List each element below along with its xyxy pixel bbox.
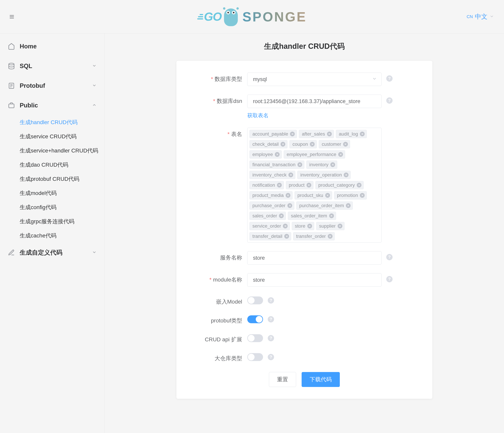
tag-remove-icon[interactable]: ✕ bbox=[286, 193, 290, 198]
table-tag: employee_performance✕ bbox=[284, 150, 345, 159]
home-icon bbox=[8, 43, 15, 50]
sidebar-item-sql[interactable]: SQL bbox=[0, 56, 105, 76]
sidebar-subitem[interactable]: 生成cache代码 bbox=[0, 229, 105, 243]
help-icon[interactable]: ? bbox=[386, 254, 393, 260]
table-tag-label: product_category bbox=[318, 182, 355, 188]
table-tag: financial_transaction✕ bbox=[249, 160, 304, 169]
help-icon[interactable]: ? bbox=[386, 276, 393, 282]
sidebar-item-public[interactable]: Public bbox=[0, 96, 105, 115]
tag-remove-icon[interactable]: ✕ bbox=[329, 213, 334, 218]
tag-remove-icon[interactable]: ✕ bbox=[310, 142, 315, 147]
table-tag-label: sales_order_item bbox=[291, 213, 327, 219]
tag-remove-icon[interactable]: ✕ bbox=[284, 234, 289, 239]
tag-remove-icon[interactable]: ✕ bbox=[338, 152, 343, 157]
table-tag-label: transfer_order bbox=[296, 233, 326, 239]
table-tag: inventory_operation✕ bbox=[297, 171, 351, 179]
main-content: 生成handler CRUD代码 数据库类型 mysql ? 数据库dsn bbox=[105, 34, 504, 433]
tag-remove-icon[interactable]: ✕ bbox=[325, 193, 330, 198]
sidebar-item-label: Public bbox=[20, 102, 38, 109]
language-label: 中文 bbox=[475, 12, 487, 21]
table-tag-label: inventory bbox=[309, 162, 328, 168]
table-tag-label: inventory_check bbox=[252, 172, 287, 178]
logo: GO SPONGE bbox=[197, 7, 307, 27]
sidebar-subitem[interactable]: 生成handler CRUD代码 bbox=[0, 115, 105, 129]
sidebar-subitem[interactable]: 生成dao CRUD代码 bbox=[0, 158, 105, 172]
dsn-input[interactable] bbox=[253, 98, 376, 105]
table-tag: audit_log✕ bbox=[336, 130, 367, 138]
tag-remove-icon[interactable]: ✕ bbox=[327, 132, 332, 136]
chevron-down-icon bbox=[372, 76, 377, 83]
tag-remove-icon[interactable]: ✕ bbox=[280, 142, 285, 147]
chevron-up-icon bbox=[92, 102, 97, 109]
help-icon[interactable]: ? bbox=[268, 316, 274, 322]
table-tag: check_detail✕ bbox=[249, 140, 288, 148]
sidebar-subitem[interactable]: 生成protobuf CRUD代码 bbox=[0, 172, 105, 186]
download-button[interactable]: 下载代码 bbox=[302, 372, 340, 387]
table-tag-label: service_order bbox=[252, 223, 281, 229]
database-icon bbox=[8, 62, 15, 70]
help-icon[interactable]: ? bbox=[268, 335, 274, 341]
sidebar-item-custom[interactable]: 生成自定义代码 bbox=[0, 243, 105, 262]
table-tag-label: store bbox=[295, 223, 305, 229]
help-icon[interactable]: ? bbox=[268, 297, 274, 304]
table-tag: customer✕ bbox=[319, 140, 350, 148]
protobuf-type-switch[interactable] bbox=[247, 315, 263, 323]
table-tag-label: sales_order bbox=[252, 213, 277, 219]
sidebar-subitem[interactable]: 生成service+handler CRUD代码 bbox=[0, 144, 105, 158]
embed-model-switch[interactable] bbox=[247, 296, 263, 304]
service-name-input[interactable] bbox=[253, 255, 376, 261]
tag-remove-icon[interactable]: ✕ bbox=[277, 183, 282, 187]
help-icon[interactable]: ? bbox=[386, 97, 393, 104]
table-tag-label: employee bbox=[252, 152, 273, 157]
tag-remove-icon[interactable]: ✕ bbox=[328, 234, 333, 239]
tag-remove-icon[interactable]: ✕ bbox=[360, 132, 365, 136]
table-tag: inventory_check✕ bbox=[249, 171, 295, 179]
mono-repo-switch[interactable] bbox=[247, 353, 263, 361]
language-switcher[interactable]: CN 中文 bbox=[467, 12, 494, 21]
sidebar-item-protobuf[interactable]: Protobuf bbox=[0, 76, 105, 96]
db-type-value: mysql bbox=[253, 76, 267, 82]
sidebar: Home SQL Protobuf Public 生成handler CRUD代… bbox=[0, 34, 105, 433]
table-tag-label: after_sales bbox=[302, 131, 325, 137]
mono-repo-label: 大仓库类型 bbox=[192, 352, 247, 362]
sidebar-toggle[interactable] bbox=[8, 13, 16, 21]
tag-remove-icon[interactable]: ✕ bbox=[288, 173, 293, 177]
tag-remove-icon[interactable]: ✕ bbox=[346, 203, 351, 208]
tag-remove-icon[interactable]: ✕ bbox=[275, 152, 279, 157]
crud-api-switch[interactable] bbox=[247, 334, 263, 342]
tag-remove-icon[interactable]: ✕ bbox=[290, 132, 295, 136]
tag-remove-icon[interactable]: ✕ bbox=[288, 203, 292, 208]
tag-remove-icon[interactable]: ✕ bbox=[360, 193, 365, 198]
table-tag-label: product_media bbox=[252, 193, 284, 198]
table-tag-label: purchase_order bbox=[252, 203, 286, 208]
tag-remove-icon[interactable]: ✕ bbox=[357, 183, 361, 187]
fetch-tables-link[interactable]: 获取表名 bbox=[247, 112, 269, 119]
db-type-select[interactable]: mysql bbox=[247, 73, 382, 86]
module-name-input[interactable] bbox=[253, 277, 376, 283]
tag-remove-icon[interactable]: ✕ bbox=[330, 162, 335, 167]
table-tag: after_sales✕ bbox=[299, 130, 334, 138]
help-icon[interactable]: ? bbox=[386, 75, 393, 82]
sidebar-item-home[interactable]: Home bbox=[0, 37, 105, 56]
language-code: CN bbox=[467, 14, 473, 19]
tag-remove-icon[interactable]: ✕ bbox=[297, 162, 302, 167]
table-tag-label: transfer_detail bbox=[252, 233, 282, 239]
sidebar-subitem[interactable]: 生成grpc服务连接代码 bbox=[0, 214, 105, 229]
table-tag: transfer_order✕ bbox=[293, 232, 335, 240]
tag-remove-icon[interactable]: ✕ bbox=[283, 224, 288, 228]
tag-remove-icon[interactable]: ✕ bbox=[279, 213, 284, 218]
tag-remove-icon[interactable]: ✕ bbox=[344, 173, 349, 177]
reset-button[interactable]: 重置 bbox=[269, 372, 296, 387]
sidebar-subitem[interactable]: 生成model代码 bbox=[0, 186, 105, 200]
sidebar-subitem[interactable]: 生成config代码 bbox=[0, 200, 105, 214]
tag-remove-icon[interactable]: ✕ bbox=[307, 224, 312, 228]
tag-remove-icon[interactable]: ✕ bbox=[306, 183, 311, 187]
tag-remove-icon[interactable]: ✕ bbox=[343, 142, 348, 147]
table-tag: product✕ bbox=[286, 181, 314, 189]
sidebar-subitem[interactable]: 生成service CRUD代码 bbox=[0, 129, 105, 144]
tag-remove-icon[interactable]: ✕ bbox=[338, 224, 342, 228]
sidebar-item-label: SQL bbox=[20, 62, 32, 70]
table-multiselect[interactable]: account_payable✕after_sales✕audit_log✕ch… bbox=[247, 128, 382, 243]
help-icon[interactable]: ? bbox=[268, 354, 274, 360]
sidebar-item-label: 生成自定义代码 bbox=[20, 248, 63, 257]
